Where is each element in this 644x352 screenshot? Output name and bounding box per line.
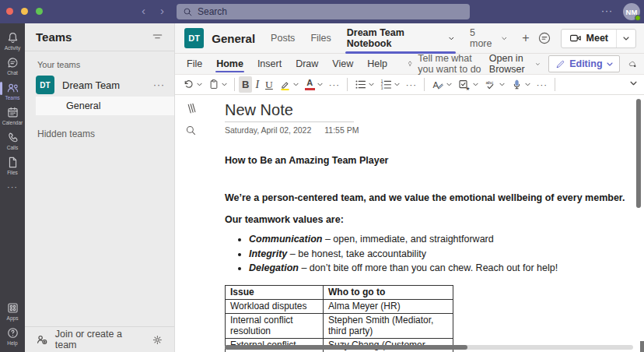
filter-icon[interactable] (152, 31, 163, 43)
rail-item-apps[interactable]: Apps (0, 298, 25, 323)
values-bullet-list[interactable]: Communication – open, immediate, and str… (225, 232, 629, 276)
user-avatar[interactable]: NM (623, 3, 640, 20)
chevron-down-icon (607, 62, 613, 66)
italic-button[interactable]: I (252, 76, 262, 93)
tab-files[interactable]: Files (303, 23, 338, 53)
page-date: Saturday, April 02, 2022 (225, 125, 311, 135)
bullet-item[interactable]: Communication – open, immediate, and str… (249, 232, 629, 247)
cell-issue[interactable]: Internal conflict resolution (226, 313, 324, 338)
page-time: 11:55 PM (324, 125, 359, 135)
svg-text:abc: abc (485, 79, 493, 85)
dictate-button[interactable] (508, 76, 534, 93)
channel-item-general[interactable]: General (36, 97, 174, 115)
rail-item-chat[interactable]: Chat (0, 53, 25, 78)
join-create-team-button[interactable]: Join or create a team (25, 326, 174, 352)
spellcheck-button[interactable]: abc (481, 76, 508, 93)
page-title-block[interactable]: New Note (225, 100, 354, 122)
collapse-ribbon-button[interactable] (630, 81, 637, 86)
rail-item-activity[interactable]: Activity (0, 28, 25, 53)
zoom-window-button[interactable] (36, 8, 43, 15)
team-more-button[interactable]: ··· (153, 79, 165, 90)
horizontal-scrollbar-thumb[interactable] (225, 345, 467, 350)
meet-button[interactable]: Meet (561, 29, 636, 48)
notebooks-panel-button[interactable] (185, 102, 198, 115)
rail-label: Help (7, 340, 17, 346)
rail-item-calls[interactable]: Calls (0, 128, 25, 153)
meet-main-action[interactable]: Meet (562, 30, 617, 48)
rail-label: Activity (5, 45, 21, 51)
menu-home[interactable]: Home (209, 54, 250, 74)
more-formatting-button[interactable]: ··· (326, 80, 343, 90)
tab-5-more[interactable]: 5 more (462, 23, 514, 53)
hidden-teams-label[interactable]: Hidden teams (37, 128, 174, 139)
rail-more-button[interactable]: ··· (7, 178, 18, 196)
note-heading[interactable]: How to Be an Amazing Team Player (225, 155, 629, 166)
page-title[interactable]: New Note (225, 100, 354, 120)
cell-who[interactable]: Alma Meyer (HR) (324, 299, 453, 313)
nav-forward-button[interactable]: › (160, 3, 164, 19)
note-canvas[interactable]: New Note Saturday, April 02, 2022 11:55 … (175, 95, 644, 352)
note-paragraph[interactable]: We’re a person-centered team, and we val… (225, 192, 629, 203)
paste-button[interactable] (205, 76, 230, 93)
numbered-list-button[interactable]: 123 (377, 76, 403, 93)
team-row-dream-team[interactable]: DT Dream Team ··· (25, 73, 174, 97)
cell-who[interactable]: Stephen Smith (Mediator, third party) (324, 313, 453, 338)
menu-file[interactable]: File (180, 54, 209, 74)
header-who[interactable]: Who to go to (324, 285, 453, 299)
tab-dream-team-notebook[interactable]: Dream Team Notebook (339, 23, 462, 53)
font-color-button[interactable]: A (302, 76, 326, 93)
gear-icon[interactable] (152, 334, 163, 346)
bullet-list-button[interactable] (352, 76, 377, 93)
add-tab-button[interactable]: + (514, 23, 537, 53)
rail-item-help[interactable]: Help (0, 323, 25, 348)
cell-issue[interactable]: Workload disputes (226, 299, 324, 313)
menu-insert[interactable]: Insert (250, 54, 289, 74)
note-subheading[interactable]: Our teamwork values are: (225, 214, 629, 225)
chevron-down-icon (499, 83, 505, 86)
minimize-window-button[interactable] (21, 8, 28, 15)
tab-posts[interactable]: Posts (263, 23, 303, 53)
tag-button[interactable]: ★ (455, 76, 481, 93)
issues-table[interactable]: Issue Who to go to Workload disputes Alm… (225, 285, 453, 352)
channel-tabs: Posts Files Dream Team Notebook 5 more + (263, 23, 537, 53)
rail-item-files[interactable]: Files (0, 153, 25, 178)
menu-help[interactable]: Help (360, 54, 394, 74)
clipboard-icon (208, 79, 219, 90)
notebook-search-button[interactable] (185, 125, 197, 136)
note-page[interactable]: New Note Saturday, April 02, 2022 11:55 … (225, 100, 629, 352)
chevron-down-icon (317, 83, 323, 86)
meet-dropdown-button[interactable] (617, 30, 635, 48)
bullet-item[interactable]: Delegation – don’t bite off more than yo… (249, 261, 629, 276)
apps-icon (6, 301, 19, 315)
editing-mode-button[interactable]: Editing (548, 55, 619, 72)
underline-button[interactable]: U (262, 76, 276, 93)
search-icon (183, 7, 193, 17)
vertical-scrollbar[interactable] (636, 99, 641, 208)
rail-item-teams[interactable]: Teams (0, 78, 25, 103)
bold-button[interactable]: B (239, 76, 252, 93)
highlight-button[interactable] (276, 76, 302, 93)
undo-button[interactable] (180, 76, 205, 93)
table-header-row: Issue Who to go to (226, 285, 453, 299)
search-input[interactable]: Search (177, 4, 470, 19)
more-lists-button[interactable]: ··· (403, 80, 420, 90)
channel-header: DT General Posts Files Dream Team Notebo… (175, 23, 644, 54)
close-window-button[interactable] (6, 8, 13, 15)
tell-me-button[interactable]: Tell me what you want to do (407, 53, 489, 75)
styles-button[interactable]: A (429, 76, 455, 93)
open-in-browser-button[interactable]: Open in Browser (489, 53, 540, 75)
conversation-toggle-icon[interactable] (537, 31, 551, 45)
styles-icon: A (432, 79, 444, 91)
help-icon (6, 326, 19, 340)
menu-view[interactable]: View (325, 54, 360, 74)
more-tools-button[interactable]: ··· (534, 80, 551, 90)
join-create-label: Join or create a team (55, 329, 145, 350)
header-issue[interactable]: Issue (226, 285, 324, 299)
titlebar-more-button[interactable]: ··· (601, 5, 613, 16)
toolbar-separator (347, 78, 348, 91)
bullet-item[interactable]: Integrity – be honest, take accountabili… (249, 247, 629, 262)
nav-back-button[interactable]: ‹ (142, 3, 145, 19)
teams-icon (6, 81, 19, 94)
rail-item-calendar[interactable]: Calendar (0, 103, 25, 128)
menu-draw[interactable]: Draw (289, 54, 325, 74)
